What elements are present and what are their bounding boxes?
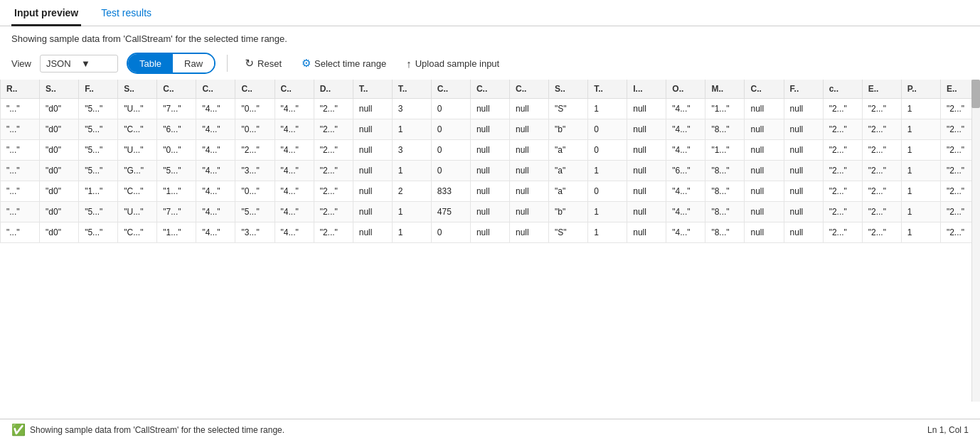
table-raw-toggle: Table Raw bbox=[127, 53, 215, 74]
check-icon: ✅ bbox=[11, 423, 26, 436]
table-cell: null bbox=[627, 99, 666, 119]
table-cell: "a" bbox=[549, 140, 588, 161]
table-cell: "5..." bbox=[79, 99, 118, 119]
col-header[interactable]: O.. bbox=[666, 80, 705, 99]
col-header[interactable]: E.. bbox=[862, 80, 901, 99]
table-cell: "2..." bbox=[862, 181, 901, 202]
table-cell: "4..." bbox=[666, 99, 705, 119]
table-cell: "5..." bbox=[79, 222, 118, 243]
col-header[interactable]: D.. bbox=[314, 80, 353, 99]
col-header[interactable]: F.. bbox=[79, 80, 118, 99]
table-cell: "..." bbox=[1, 99, 40, 119]
table-cell: 1 bbox=[901, 119, 940, 140]
table-cell: null bbox=[510, 181, 549, 202]
table-cell: "2..." bbox=[862, 140, 901, 161]
select-time-range-button[interactable]: ⚙ Select time range bbox=[296, 54, 392, 73]
table-cell: "1..." bbox=[79, 181, 118, 202]
table-cell: 0 bbox=[588, 119, 627, 140]
col-header[interactable]: C.. bbox=[470, 80, 509, 99]
table-cell: "5..." bbox=[79, 119, 118, 140]
table-cell: "4..." bbox=[196, 181, 235, 202]
table-cell: "5..." bbox=[157, 161, 196, 181]
col-header[interactable]: T.. bbox=[588, 80, 627, 99]
col-header[interactable]: T.. bbox=[353, 80, 392, 99]
table-cell: null bbox=[745, 202, 784, 222]
data-table-wrapper[interactable]: R..S..F..S..C..C..C..C..D..T..T..C..C..C… bbox=[0, 80, 980, 419]
col-header[interactable]: C.. bbox=[431, 80, 470, 99]
col-header[interactable]: C.. bbox=[275, 80, 314, 99]
table-cell: 1 bbox=[901, 222, 940, 243]
col-header[interactable]: F.. bbox=[784, 80, 823, 99]
table-cell: "8..." bbox=[705, 222, 745, 243]
table-cell: "2..." bbox=[823, 202, 862, 222]
scrollbar-thumb[interactable] bbox=[971, 80, 980, 108]
table-cell: 1 bbox=[588, 202, 627, 222]
table-cell: "4..." bbox=[275, 161, 314, 181]
toolbar-divider bbox=[227, 55, 228, 72]
table-cell: "b" bbox=[549, 202, 588, 222]
col-header[interactable]: S.. bbox=[118, 80, 157, 99]
table-cell: "0..." bbox=[235, 119, 275, 140]
table-cell: "1..." bbox=[157, 222, 196, 243]
col-header[interactable]: c.. bbox=[823, 80, 862, 99]
table-cell: 0 bbox=[588, 140, 627, 161]
table-cell: "4..." bbox=[196, 140, 235, 161]
table-cell: null bbox=[510, 140, 549, 161]
table-cell: null bbox=[470, 99, 509, 119]
table-cell: null bbox=[353, 161, 392, 181]
col-header[interactable]: S.. bbox=[549, 80, 588, 99]
table-cell: "..." bbox=[1, 222, 40, 243]
col-header[interactable]: C.. bbox=[157, 80, 196, 99]
table-cell: null bbox=[470, 161, 509, 181]
toggle-raw-button[interactable]: Raw bbox=[173, 54, 214, 73]
col-header[interactable]: I... bbox=[627, 80, 666, 99]
table-cell: null bbox=[470, 140, 509, 161]
table-cell: "4..." bbox=[275, 181, 314, 202]
col-header[interactable]: S.. bbox=[40, 80, 79, 99]
table-cell: "C..." bbox=[118, 181, 157, 202]
col-header[interactable]: T.. bbox=[392, 80, 431, 99]
toggle-table-button[interactable]: Table bbox=[128, 54, 173, 73]
table-cell: "7..." bbox=[157, 99, 196, 119]
table-cell: 1 bbox=[901, 140, 940, 161]
table-cell: 2 bbox=[392, 181, 431, 202]
status-text: Showing sample data from 'CallStream' fo… bbox=[30, 425, 284, 435]
table-cell: null bbox=[784, 119, 823, 140]
scrollbar-track[interactable] bbox=[971, 80, 980, 402]
main-content: R..S..F..S..C..C..C..C..D..T..T..C..C..C… bbox=[0, 80, 980, 419]
upload-icon: ↑ bbox=[406, 58, 412, 70]
table-cell: "2..." bbox=[823, 140, 862, 161]
col-header[interactable]: P.. bbox=[901, 80, 940, 99]
table-cell: null bbox=[627, 161, 666, 181]
table-cell: null bbox=[510, 222, 549, 243]
table-cell: null bbox=[470, 222, 509, 243]
table-cell: "2..." bbox=[823, 181, 862, 202]
table-cell: "0..." bbox=[157, 140, 196, 161]
tab-test-results[interactable]: Test results bbox=[98, 0, 154, 26]
table-cell: "G..." bbox=[118, 161, 157, 181]
view-select[interactable]: JSON ▼ bbox=[40, 55, 118, 73]
table-cell: null bbox=[353, 202, 392, 222]
table-cell: "S" bbox=[549, 99, 588, 119]
reset-button[interactable]: ↺ Reset bbox=[239, 54, 287, 73]
table-cell: "2..." bbox=[314, 181, 353, 202]
col-header[interactable]: C.. bbox=[510, 80, 549, 99]
tab-input-preview[interactable]: Input preview bbox=[11, 0, 81, 26]
col-header[interactable]: C.. bbox=[235, 80, 275, 99]
col-header[interactable]: R.. bbox=[1, 80, 40, 99]
col-header[interactable]: M.. bbox=[705, 80, 745, 99]
upload-sample-input-button[interactable]: ↑ Upload sample input bbox=[400, 55, 505, 73]
table-cell: null bbox=[784, 140, 823, 161]
table-cell: "2..." bbox=[823, 119, 862, 140]
col-header[interactable]: C.. bbox=[745, 80, 784, 99]
table-cell: "0..." bbox=[235, 181, 275, 202]
table-cell: "U..." bbox=[118, 99, 157, 119]
table-cell: "d0" bbox=[40, 140, 79, 161]
table-cell: 1 bbox=[901, 161, 940, 181]
table-cell: "4..." bbox=[275, 99, 314, 119]
table-cell: null bbox=[627, 222, 666, 243]
table-cell: "8..." bbox=[705, 202, 745, 222]
table-cell: "a" bbox=[549, 181, 588, 202]
col-header[interactable]: C.. bbox=[196, 80, 235, 99]
table-cell: "6..." bbox=[157, 119, 196, 140]
